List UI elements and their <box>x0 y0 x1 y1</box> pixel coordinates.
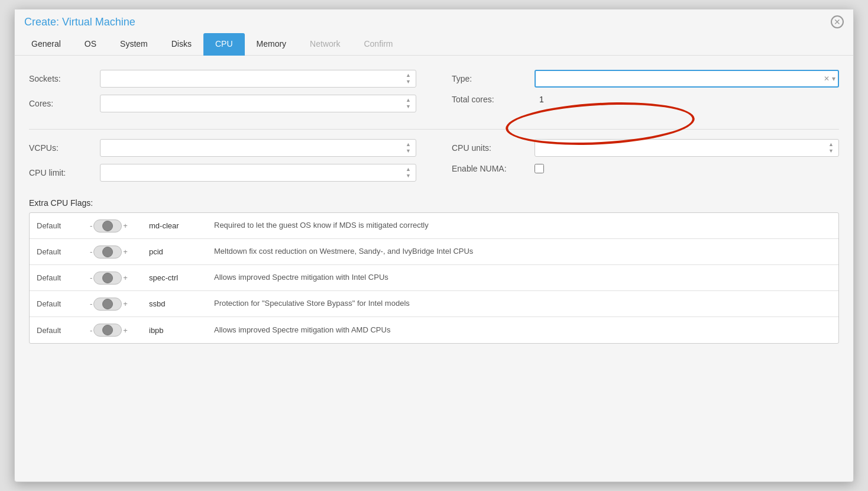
cpu-units-spinner[interactable]: ▲ ▼ <box>828 141 834 154</box>
cpu-limit-spinner[interactable]: ▲ ▼ <box>406 166 411 179</box>
flag-name-0: md-clear <box>149 221 214 230</box>
vcpus-input[interactable]: 1 ▲ ▼ <box>100 139 416 157</box>
toggle-0[interactable]: - + <box>90 219 149 232</box>
left-column: Sockets: 1 ▲ ▼ Cores: 1 ▲ <box>29 70 416 119</box>
topology-section: Sockets: 1 ▲ ▼ Cores: 1 ▲ <box>29 70 839 119</box>
toggle-track-4[interactable] <box>93 324 122 337</box>
type-field[interactable]: host <box>536 74 824 83</box>
flag-state-4: Default <box>37 326 90 335</box>
dialog-title: Create: Virtual Machine <box>24 16 135 28</box>
toggle-track-1[interactable] <box>93 246 122 259</box>
toggle-track-2[interactable] <box>93 272 122 285</box>
table-row: Default - + spec-ctrl Allows improved Sp… <box>30 265 838 291</box>
content-area: Sockets: 1 ▲ ▼ Cores: 1 ▲ <box>15 56 853 358</box>
toggle-knob-4 <box>102 325 113 335</box>
tab-system[interactable]: System <box>108 33 160 56</box>
cores-label: Cores: <box>29 99 100 108</box>
vcpu-left-column: VCPUs: 1 ▲ ▼ CPU limit: unlimited <box>29 139 416 189</box>
type-dropdown-icon[interactable]: ▾ <box>832 75 835 83</box>
toggle-1[interactable]: - + <box>90 246 149 259</box>
tab-confirm: Confirm <box>352 33 404 56</box>
toggle-knob-1 <box>102 247 113 257</box>
vcpu-section: VCPUs: 1 ▲ ▼ CPU limit: unlimited <box>29 139 839 189</box>
toggle-knob-2 <box>102 273 113 283</box>
table-row: Default - + pcid Meltdown fix cost reduc… <box>30 239 838 265</box>
toggle-plus-icon: + <box>123 273 128 282</box>
flag-name-3: ssbd <box>149 299 214 308</box>
cpu-limit-input[interactable]: unlimited ▲ ▼ <box>100 164 416 182</box>
toggle-minus-icon: - <box>90 326 92 335</box>
cores-input[interactable]: 1 ▲ ▼ <box>100 95 416 112</box>
sockets-input[interactable]: 1 ▲ ▼ <box>100 70 416 88</box>
toggle-4[interactable]: - + <box>90 324 149 337</box>
cores-row: Cores: 1 ▲ ▼ <box>29 95 416 112</box>
right-column: Type: host ✕ ▾ Total cores: 1 <box>452 70 839 119</box>
extra-flags-title: Extra CPU Flags: <box>29 198 839 208</box>
vcpu-right-column: CPU units: 1024 ▲ ▼ Enable NUMA: <box>452 139 839 189</box>
flag-name-4: ibpb <box>149 326 214 335</box>
vcpus-field[interactable]: 1 <box>105 143 350 153</box>
toggle-knob-3 <box>102 299 113 309</box>
section-divider <box>29 129 839 130</box>
vcpus-spinner[interactable]: ▲ ▼ <box>406 141 411 154</box>
cpu-units-field[interactable]: 1024 <box>540 143 775 153</box>
toggle-knob-0 <box>102 221 113 231</box>
vcpus-row: VCPUs: 1 ▲ ▼ <box>29 139 416 157</box>
toggle-plus-icon: + <box>123 326 128 335</box>
type-label: Type: <box>452 74 535 83</box>
type-input-actions: ✕ ▾ <box>824 75 838 83</box>
flag-state-1: Default <box>37 247 90 256</box>
cpu-units-input[interactable]: 1024 ▲ ▼ <box>535 139 839 157</box>
create-vm-dialog: Create: Virtual Machine ✕ General OS Sys… <box>14 9 854 482</box>
total-cores-label: Total cores: <box>452 95 535 104</box>
enable-numa-row: Enable NUMA: <box>452 164 839 173</box>
extra-flags-section: Extra CPU Flags: Default - + md-clear Re… <box>29 198 839 344</box>
total-cores-value: 1 <box>539 95 544 104</box>
total-cores-row: Total cores: 1 <box>452 95 839 104</box>
dialog-titlebar: Create: Virtual Machine ✕ <box>15 9 853 33</box>
flag-state-2: Default <box>37 273 90 282</box>
toggle-plus-icon: + <box>123 299 128 308</box>
cpu-limit-row: CPU limit: unlimited ▲ ▼ <box>29 164 416 182</box>
enable-numa-label: Enable NUMA: <box>452 164 535 173</box>
enable-numa-checkbox[interactable] <box>535 164 544 173</box>
flag-name-2: spec-ctrl <box>149 273 214 282</box>
toggle-3[interactable]: - + <box>90 298 149 311</box>
toggle-track-0[interactable] <box>93 219 122 232</box>
table-row: Default - + md-clear Required to let the… <box>30 213 838 239</box>
sockets-row: Sockets: 1 ▲ ▼ <box>29 70 416 88</box>
vcpus-label: VCPUs: <box>29 143 100 153</box>
toggle-minus-icon: - <box>90 221 92 230</box>
type-clear-icon[interactable]: ✕ <box>824 75 830 83</box>
cpu-limit-field[interactable]: unlimited <box>105 168 350 177</box>
toggle-minus-icon: - <box>90 273 92 282</box>
type-input-wrapper[interactable]: host ✕ ▾ <box>535 70 839 88</box>
type-row: Type: host ✕ ▾ <box>452 70 839 88</box>
flag-state-3: Default <box>37 299 90 308</box>
cores-spinner[interactable]: ▲ ▼ <box>406 97 411 110</box>
flag-desc-0: Required to let the guest OS know if MDS… <box>214 220 831 231</box>
tab-general[interactable]: General <box>20 33 73 56</box>
toggle-minus-icon: - <box>90 247 92 256</box>
tab-network: Network <box>298 33 352 56</box>
tab-disks[interactable]: Disks <box>160 33 203 56</box>
tab-cpu[interactable]: CPU <box>203 33 245 56</box>
toggle-track-3[interactable] <box>93 298 122 311</box>
close-button[interactable]: ✕ <box>831 15 844 28</box>
toggle-plus-icon: + <box>123 221 128 230</box>
tab-memory[interactable]: Memory <box>245 33 299 56</box>
flag-desc-1: Meltdown fix cost reduction on Westmere,… <box>214 246 831 257</box>
toggle-plus-icon: + <box>123 247 128 256</box>
toggle-2[interactable]: - + <box>90 272 149 285</box>
sockets-field[interactable]: 1 <box>105 74 350 83</box>
sockets-spinner[interactable]: ▲ ▼ <box>406 72 411 85</box>
tab-os[interactable]: OS <box>73 33 108 56</box>
cpu-units-row: CPU units: 1024 ▲ ▼ <box>452 139 839 157</box>
flags-table: Default - + md-clear Required to let the… <box>29 212 839 344</box>
flag-desc-3: Protection for "Speculative Store Bypass… <box>214 298 831 309</box>
table-row: Default - + ibpb Allows improved Spectre… <box>30 317 838 343</box>
cpu-limit-label: CPU limit: <box>29 168 100 177</box>
cores-field[interactable]: 1 <box>105 99 350 108</box>
cpu-units-label: CPU units: <box>452 143 535 153</box>
flag-desc-4: Allows improved Spectre mitigation with … <box>214 325 831 335</box>
